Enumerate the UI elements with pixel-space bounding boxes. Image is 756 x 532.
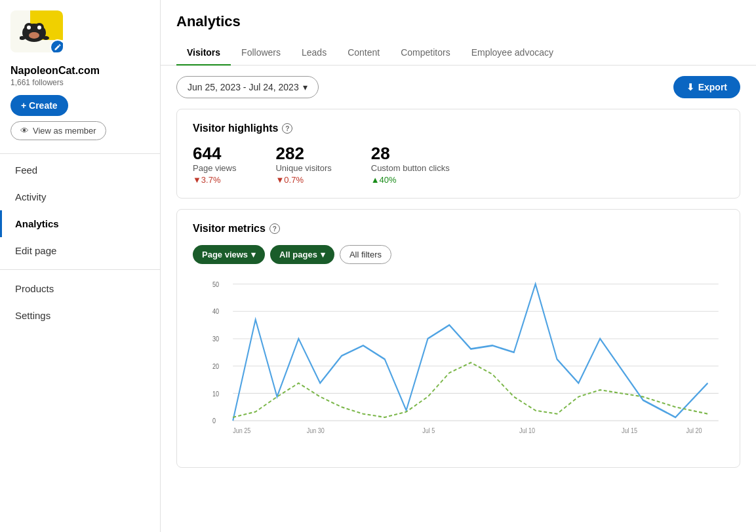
sidebar: NapoleonCat.com 1,661 followers + Create… xyxy=(0,0,161,532)
tab-visitors[interactable]: Visitors xyxy=(176,41,231,66)
unique-visitors-change: ▼0.7% xyxy=(275,175,331,185)
view-as-member-button[interactable]: 👁 View as member xyxy=(10,121,106,140)
company-logo-wrap xyxy=(10,10,63,56)
tab-competitors[interactable]: Competitors xyxy=(390,41,460,66)
tab-leads[interactable]: Leads xyxy=(291,41,337,66)
sidebar-nav: Feed Activity Analytics Edit page Produc… xyxy=(0,157,160,329)
filter-row: Jun 25, 2023 - Jul 24, 2023 ▾ ⬇ Export xyxy=(161,66,756,109)
tab-followers[interactable]: Followers xyxy=(231,41,291,66)
chart-svg: 50 40 30 20 10 0 xyxy=(212,277,724,434)
page-views-label: Page views xyxy=(193,163,236,173)
company-info: NapoleonCat.com 1,661 followers xyxy=(0,64,160,95)
svg-text:10: 10 xyxy=(212,390,219,398)
eye-icon: 👁 xyxy=(20,126,29,136)
chevron-down-icon-filter2: ▾ xyxy=(321,250,325,259)
followers-count: 1,661 followers xyxy=(10,78,149,87)
unique-visitors-label: Unique visitors xyxy=(275,163,331,173)
blue-line-chart xyxy=(233,284,707,421)
svg-text:Jul 15: Jul 15 xyxy=(622,427,637,434)
analytics-page-title: Analytics xyxy=(176,13,740,30)
sidebar-item-activity[interactable]: Activity xyxy=(0,183,160,210)
visitor-highlights-card: Visitor highlights ? 644 Page views ▼3.7… xyxy=(176,109,740,199)
page-views-value: 644 xyxy=(193,145,236,162)
page-views-filter-button[interactable]: Page views ▾ xyxy=(193,245,265,264)
main-content: Analytics Visitors Followers Leads Conte… xyxy=(161,0,756,532)
sidebar-actions: + Create 👁 View as member xyxy=(0,95,160,151)
export-button[interactable]: ⬇ Export xyxy=(673,76,740,98)
sidebar-item-feed[interactable]: Feed xyxy=(0,157,160,183)
page-views-change: ▼3.7% xyxy=(193,175,236,185)
svg-text:50: 50 xyxy=(212,280,219,288)
svg-text:0: 0 xyxy=(212,417,216,425)
sidebar-item-products[interactable]: Products xyxy=(0,275,160,302)
page-views-filter-label: Page views xyxy=(202,250,248,259)
sidebar-header xyxy=(0,0,160,64)
date-range-picker[interactable]: Jun 25, 2023 - Jul 24, 2023 ▾ xyxy=(176,76,319,98)
content-panel: Analytics Visitors Followers Leads Conte… xyxy=(161,0,756,532)
sidebar-item-settings[interactable]: Settings xyxy=(0,302,160,329)
svg-text:Jul 10: Jul 10 xyxy=(519,427,535,434)
sidebar-item-analytics[interactable]: Analytics xyxy=(0,210,160,237)
highlights-card-title: Visitor highlights ? xyxy=(193,123,724,134)
svg-text:40: 40 xyxy=(212,307,219,315)
company-name: NapoleonCat.com xyxy=(10,64,149,77)
svg-text:Jun 25: Jun 25 xyxy=(233,427,250,434)
svg-point-5 xyxy=(29,32,39,39)
sidebar-divider-1 xyxy=(0,153,160,154)
highlights-help-icon[interactable]: ? xyxy=(282,123,292,134)
create-button[interactable]: + Create xyxy=(10,95,68,116)
highlight-unique-visitors: 282 Unique visitors ▼0.7% xyxy=(275,145,331,185)
visitor-metrics-card: Visitor metrics ? Page views ▾ All pages… xyxy=(176,209,740,468)
unique-visitors-value: 282 xyxy=(275,145,331,162)
company-logo xyxy=(10,10,63,52)
svg-text:Jun 30: Jun 30 xyxy=(307,427,325,434)
svg-text:30: 30 xyxy=(212,335,219,343)
svg-text:20: 20 xyxy=(212,362,219,370)
chevron-down-icon-filter1: ▾ xyxy=(251,250,256,259)
analytics-header: Analytics Visitors Followers Leads Conte… xyxy=(161,0,756,66)
logo-mole-icon xyxy=(20,13,54,50)
all-pages-filter-label: All pages xyxy=(279,250,317,259)
highlights-grid: 644 Page views ▼3.7% 282 Unique visitors… xyxy=(193,145,724,185)
all-filters-button[interactable]: All filters xyxy=(340,245,391,264)
metrics-help-icon[interactable]: ? xyxy=(269,223,280,234)
custom-clicks-label: Custom button clicks xyxy=(371,163,450,173)
view-member-label: View as member xyxy=(33,126,96,136)
highlight-page-views: 644 Page views ▼3.7% xyxy=(193,145,236,185)
edit-logo-button[interactable] xyxy=(50,39,63,52)
metrics-card-title: Visitor metrics ? xyxy=(193,223,724,235)
highlight-custom-clicks: 28 Custom button clicks ▲40% xyxy=(371,145,450,185)
sidebar-item-edit-page[interactable]: Edit page xyxy=(0,237,160,264)
sidebar-divider-2 xyxy=(0,269,160,270)
svg-text:Jul 5: Jul 5 xyxy=(422,427,435,434)
all-pages-filter-button[interactable]: All pages ▾ xyxy=(270,245,334,264)
tab-content[interactable]: Content xyxy=(337,41,390,66)
custom-clicks-change: ▲40% xyxy=(371,175,450,185)
export-label: Export xyxy=(698,82,727,92)
analytics-tabs: Visitors Followers Leads Content Competi… xyxy=(176,41,740,65)
date-range-label: Jun 25, 2023 - Jul 24, 2023 xyxy=(188,82,299,92)
svg-text:Jul 20: Jul 20 xyxy=(686,427,702,434)
svg-point-7 xyxy=(43,36,49,40)
tab-employee-advocacy[interactable]: Employee advocacy xyxy=(461,41,564,66)
chevron-down-icon: ▾ xyxy=(303,82,308,92)
download-icon: ⬇ xyxy=(686,82,694,92)
visitor-metrics-chart: 50 40 30 20 10 0 xyxy=(193,277,724,454)
all-filters-label: All filters xyxy=(349,250,382,259)
svg-point-3 xyxy=(27,26,31,29)
custom-clicks-value: 28 xyxy=(371,145,450,162)
mole-svg xyxy=(20,13,54,46)
metrics-filters: Page views ▾ All pages ▾ All filters xyxy=(193,245,724,264)
svg-point-4 xyxy=(37,26,41,29)
